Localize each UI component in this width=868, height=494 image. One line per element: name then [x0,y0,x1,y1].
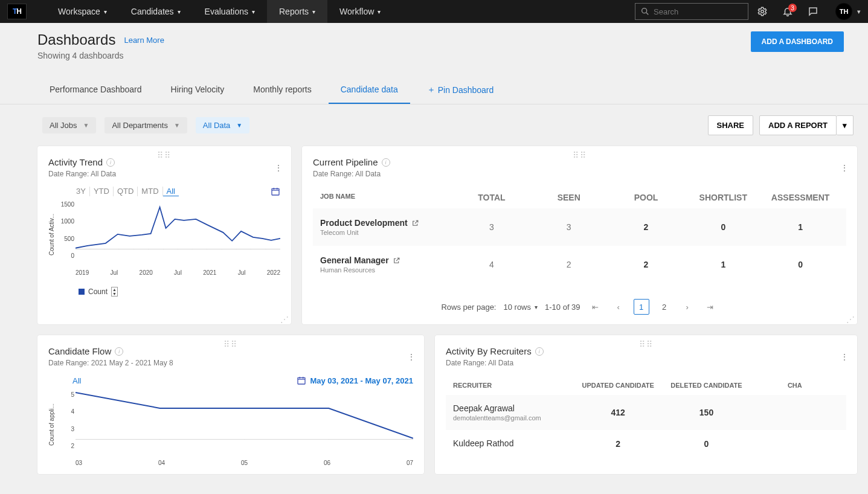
calendar-icon[interactable] [271,187,280,196]
card-menu-icon[interactable]: ⋮ [405,350,418,364]
col-seen: SEEN [530,193,608,202]
message-icon[interactable] [802,6,825,17]
range-all[interactable]: All [163,187,179,196]
col-job-name: JOB NAME [320,193,453,202]
col-updated-candidate: UPDATED CANDIDATE [574,382,662,389]
flow-chart [76,391,413,440]
add-report-menu[interactable]: ▾ [837,115,854,135]
nav-workflow[interactable]: Workflow▾ [327,0,393,23]
drag-handle-icon[interactable]: ⠿⠿ [223,342,238,346]
chart-y-label: Count of Activ... [48,201,55,268]
nav-evaluations[interactable]: Evaluations▾ [193,0,267,23]
tick-label: 1000 [55,218,74,225]
col-shortlist: SHORTLIST [684,193,762,202]
page-subtitle: Showing 4 dashboards [37,51,751,60]
tick-label: 03 [76,460,82,466]
legend-stepper[interactable]: ▲▼ [111,287,118,297]
page-2[interactable]: 2 [657,299,672,315]
card-candidate-flow: ⠿⠿ ⋮ Candidate Flow i Date Range: 2021 M… [37,335,424,474]
nav-candidates[interactable]: Candidates▾ [119,0,193,23]
tick-label: 2 [55,443,74,449]
card-current-pipeline: ⠿⠿ ⋮ Current Pipeline i Date Range: All … [302,146,857,324]
user-avatar[interactable]: TH [835,3,852,20]
job-name[interactable]: General Manager [320,255,453,265]
flow-range-all[interactable]: All [48,376,85,385]
tick-label: 3 [55,426,74,432]
pin-dashboard-tab[interactable]: ＋ Pin Dashboard [415,79,506,104]
next-page-icon[interactable]: › [680,299,695,315]
card-activity-recruiters: ⠿⠿ ⋮ Activity By Recruiters i Date Range… [435,335,857,474]
tick-label: 2019 [76,269,89,276]
filter-chip-all-departments[interactable]: All Departments▼ [104,117,187,133]
card-menu-icon[interactable]: ⋮ [272,161,285,175]
last-page-icon[interactable]: ⇥ [702,299,718,315]
table-row[interactable]: Deepak Agrawal demotalentteams@gmail.com… [446,395,846,430]
nav-workspace[interactable]: Workspace▾ [46,0,119,23]
card-date-range: Date Range: All Data [446,359,846,367]
drag-handle-icon[interactable]: ⠿⠿ [157,153,172,157]
tick-label: 0 [55,252,74,259]
share-button[interactable]: SHARE [708,115,754,135]
add-report-button[interactable]: ADD A REPORT [759,115,837,135]
add-dashboard-button[interactable]: ADD A DASHBOARD [751,31,844,52]
filter-chip-all-jobs[interactable]: All Jobs▼ [42,117,96,133]
svg-rect-3 [272,188,279,195]
svg-rect-23 [298,377,305,384]
tick-label: 2021 [203,269,216,276]
card-menu-icon[interactable]: ⋮ [838,350,851,364]
svg-point-0 [642,8,647,13]
col-deleted-candidate: DELETED CANDIDATE [662,382,750,389]
table-row[interactable]: Product Development Telecom Unit 3 3 2 0… [313,208,846,246]
tick-label: 2020 [140,269,153,276]
external-link-icon[interactable] [411,219,419,227]
resize-grip-icon[interactable]: ⋰ [280,318,289,322]
tick-label: 500 [55,236,74,242]
external-link-icon[interactable] [393,257,400,265]
tab-candidate-data[interactable]: Candidate data [329,79,410,104]
col-assessment: ASSESSMENT [762,193,839,202]
app-logo[interactable]: TH [7,4,27,19]
card-date-range: Date Range: All Data [48,170,280,178]
tick-label: Jul [111,269,118,276]
resize-grip-icon[interactable]: ⋰ [846,318,855,322]
table-row[interactable]: General Manager Human Resources 4 2 2 1 … [313,246,846,283]
col-cha: CHA [751,382,839,389]
flow-date-picker[interactable]: May 03, 2021 - May 07, 2021 [297,376,413,385]
rows-select[interactable]: 10 rows▾ [503,303,538,312]
settings-icon[interactable] [751,6,774,17]
page-1[interactable]: 1 [634,299,649,315]
info-icon[interactable]: i [115,347,123,356]
activity-chart [76,201,280,249]
info-icon[interactable]: i [106,158,115,167]
drag-handle-icon[interactable]: ⠿⠿ [573,153,587,157]
drag-handle-icon[interactable]: ⠿⠿ [639,342,654,346]
table-row[interactable]: Kuldeep Rathod 2 0 [446,430,846,458]
bell-icon[interactable]: 3 [776,6,799,17]
search-input[interactable] [654,7,743,16]
prev-page-icon[interactable]: ‹ [611,299,626,315]
range-ytd[interactable]: YTD [90,187,114,196]
nav-reports[interactable]: Reports▾ [267,0,327,23]
range-mtd[interactable]: MTD [138,187,162,196]
tab-monthly-reports[interactable]: Monthly reports [241,79,323,104]
card-date-range: Date Range: All Data [313,170,846,178]
first-page-icon[interactable]: ⇤ [588,299,603,315]
tab-performance-dashboard[interactable]: Performance Dashboard [37,79,154,104]
job-name[interactable]: Product Development [320,218,453,228]
filter-chip-all-data[interactable]: All Data▼ [196,117,249,133]
pagination: Rows per page: 10 rows▾ 1-10 of 39 ⇤ ‹ 1… [313,293,846,317]
info-icon[interactable]: i [535,347,544,356]
range-3y[interactable]: 3Y [72,187,90,196]
range-qtd[interactable]: QTD [114,187,138,196]
chevron-down-icon[interactable]: ▾ [857,8,861,16]
tick-label: 05 [241,460,248,466]
tab-hiring-velocity[interactable]: Hiring Velocity [159,79,237,104]
tick-label: 1500 [55,201,74,208]
info-icon[interactable]: i [382,158,390,167]
svg-point-2 [761,10,764,13]
learn-more-link[interactable]: Learn More [124,36,164,45]
search-box[interactable] [635,3,748,20]
col-pool: POOL [608,193,685,202]
card-date-range: Date Range: 2021 May 2 - 2021 May 8 [48,359,413,367]
card-menu-icon[interactable]: ⋮ [838,161,851,175]
